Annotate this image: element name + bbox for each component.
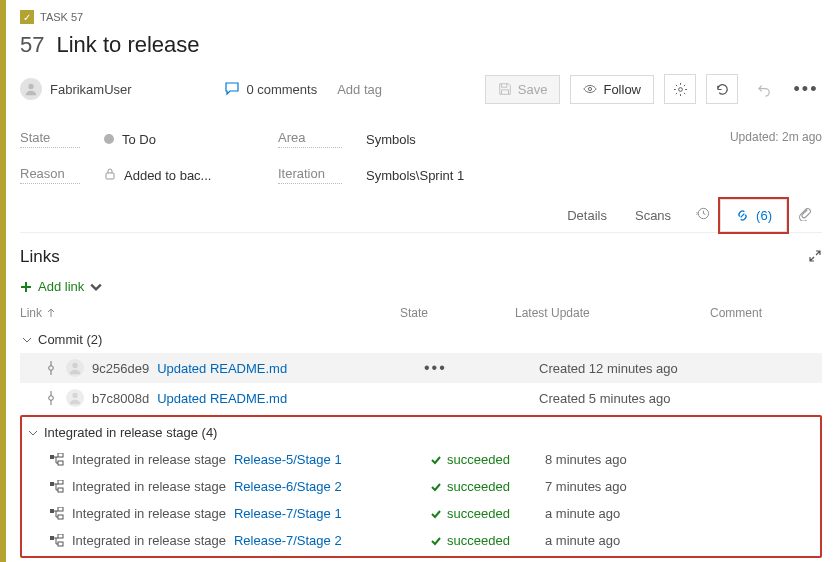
commit-row[interactable]: b7c8008d Updated README.mdCreated 5 minu… — [20, 383, 822, 413]
add-link-button[interactable]: Add link — [20, 273, 102, 300]
svg-point-0 — [28, 84, 33, 89]
state-label: State — [20, 130, 80, 148]
follow-button[interactable]: Follow — [570, 75, 654, 104]
expand-button[interactable] — [808, 249, 822, 266]
stage-prefix: Integrated in release stage — [72, 452, 226, 467]
col-comment[interactable]: Comment — [710, 306, 822, 320]
work-item-badge: ✓ TASK 57 — [20, 8, 83, 26]
commit-icon — [44, 391, 58, 405]
tab-history[interactable] — [685, 198, 720, 232]
work-item-number: 57 — [20, 32, 44, 58]
svg-rect-17 — [58, 515, 63, 519]
reason-label: Reason — [20, 166, 80, 184]
add-link-label: Add link — [38, 279, 84, 294]
col-latest[interactable]: Latest Update — [515, 306, 710, 320]
svg-rect-18 — [50, 536, 54, 540]
refresh-button[interactable] — [706, 74, 738, 104]
gear-icon — [673, 82, 688, 97]
work-item-title[interactable]: Link to release — [56, 32, 199, 58]
tab-links[interactable]: (6) — [720, 199, 787, 232]
tab-details[interactable]: Details — [553, 200, 621, 231]
row-actions[interactable]: ••• — [424, 359, 447, 376]
col-state[interactable]: State — [400, 306, 515, 320]
svg-rect-13 — [58, 480, 63, 484]
svg-rect-19 — [58, 534, 63, 538]
chevron-down-icon — [22, 335, 32, 345]
paperclip-icon — [797, 206, 812, 221]
state-value[interactable]: To Do — [104, 130, 254, 148]
svg-point-8 — [72, 393, 77, 398]
group-stage-label: Integrated in release stage (4) — [44, 425, 217, 440]
chevron-down-icon — [90, 281, 102, 293]
area-label: Area — [278, 130, 342, 148]
avatar — [20, 78, 42, 100]
release-stage-icon — [50, 534, 64, 548]
release-stage-icon — [50, 453, 64, 467]
stage-row[interactable]: Integrated in release stage Release-5/St… — [26, 446, 816, 473]
check-icon — [430, 454, 442, 466]
save-label: Save — [518, 82, 548, 97]
assigned-to[interactable]: FabrikamUser — [20, 78, 132, 100]
stage-prefix: Integrated in release stage — [72, 506, 226, 521]
add-tag-button[interactable]: Add tag — [327, 78, 392, 101]
settings-button[interactable] — [664, 74, 696, 104]
undo-icon — [757, 82, 772, 97]
tab-attachments[interactable] — [787, 198, 822, 232]
svg-rect-15 — [50, 509, 54, 513]
comment-icon — [224, 81, 240, 97]
time-cell: a minute ago — [545, 506, 740, 521]
time-cell: 8 minutes ago — [545, 452, 740, 467]
commit-hash: b7c8008d — [92, 391, 149, 406]
status-cell: succeeded — [430, 533, 545, 548]
plus-icon — [20, 281, 32, 293]
stage-row[interactable]: Integrated in release stage Release-7/St… — [26, 527, 816, 554]
assigned-to-name: FabrikamUser — [50, 82, 132, 97]
task-icon: ✓ — [20, 10, 34, 24]
history-icon — [695, 206, 710, 221]
lock-icon — [104, 168, 116, 183]
comments-count: 0 comments — [246, 82, 317, 97]
commit-row[interactable]: 9c256de9 Updated README.md•••Created 12 … — [20, 353, 822, 383]
link-cell: Integrated in release stage Release-6/St… — [50, 479, 430, 494]
svg-rect-20 — [58, 542, 63, 546]
reason-value[interactable]: Added to bac... — [104, 166, 254, 184]
commit-icon — [44, 361, 58, 375]
stage-row[interactable]: Integrated in release stage Release-7/St… — [26, 500, 816, 527]
svg-rect-12 — [50, 482, 54, 486]
check-icon — [430, 508, 442, 520]
area-value[interactable]: Symbols — [366, 130, 706, 148]
person-icon — [66, 359, 84, 377]
link-cell: 9c256de9 Updated README.md — [44, 359, 424, 377]
tab-scans[interactable]: Scans — [621, 200, 685, 231]
stage-link[interactable]: Release-6/Stage 2 — [234, 479, 342, 494]
status-cell: succeeded — [430, 452, 545, 467]
stage-link[interactable]: Release-7/Stage 2 — [234, 533, 342, 548]
stage-row[interactable]: Integrated in release stage Release-6/St… — [26, 473, 816, 500]
check-icon — [430, 535, 442, 547]
time-cell: a minute ago — [545, 533, 740, 548]
group-commit-label: Commit (2) — [38, 332, 102, 347]
stage-link[interactable]: Release-5/Stage 1 — [234, 452, 342, 467]
group-commit[interactable]: Commit (2) — [20, 326, 822, 353]
commit-link[interactable]: Updated README.md — [157, 391, 287, 406]
expand-icon — [808, 249, 822, 263]
eye-icon — [583, 82, 597, 96]
col-link[interactable]: Link — [20, 306, 400, 320]
status-cell: succeeded — [430, 479, 545, 494]
stage-link[interactable]: Release-7/Stage 1 — [234, 506, 342, 521]
commit-link[interactable]: Updated README.md — [157, 361, 287, 376]
work-item-type-id: TASK 57 — [40, 11, 83, 23]
save-button[interactable]: Save — [485, 75, 561, 104]
follow-label: Follow — [603, 82, 641, 97]
group-stage[interactable]: Integrated in release stage (4) — [26, 419, 816, 446]
chevron-down-icon — [28, 428, 38, 438]
svg-point-7 — [49, 396, 54, 401]
updated-time: Updated: 2m ago — [730, 130, 822, 144]
svg-point-1 — [589, 87, 592, 90]
undo-button[interactable] — [748, 74, 780, 104]
more-actions-button[interactable]: ••• — [790, 74, 822, 104]
comments-link[interactable]: 0 comments — [224, 81, 317, 97]
links-count: (6) — [756, 208, 772, 223]
iteration-label: Iteration — [278, 166, 342, 184]
iteration-value[interactable]: Symbols\Sprint 1 — [366, 166, 706, 184]
